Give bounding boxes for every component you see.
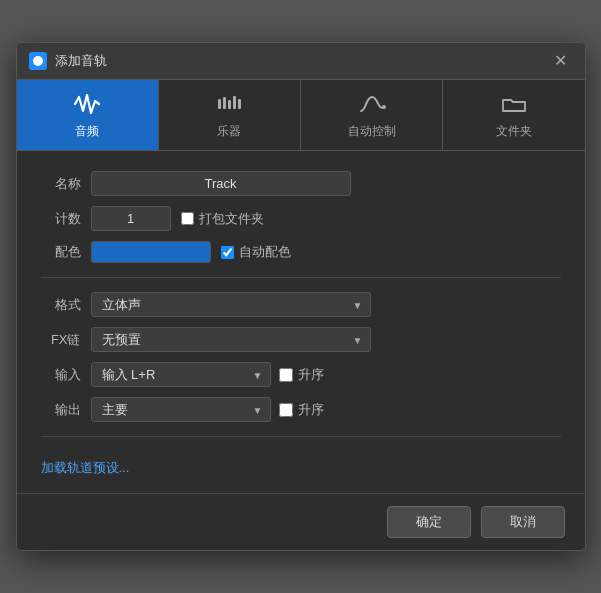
pack-folder-checkbox[interactable]: [181, 212, 194, 225]
tab-audio-label: 音频: [75, 123, 99, 140]
input-order-label[interactable]: 升序: [279, 366, 324, 384]
format-select[interactable]: 立体声 单声道 环绕声: [91, 292, 371, 317]
svg-point-0: [33, 56, 43, 66]
divider-1: [41, 277, 561, 278]
color-row: 配色 自动配色: [41, 241, 561, 263]
input-select-wrapper: 输入 L+R 输入 L 输入 R ▼: [91, 362, 271, 387]
input-order-checkbox[interactable]: [279, 368, 293, 382]
dialog-title: 添加音轨: [55, 52, 107, 70]
svg-rect-1: [218, 99, 221, 109]
input-row: 输入 输入 L+R 输入 L 输入 R ▼ 升序: [41, 362, 561, 387]
input-label: 输入: [41, 366, 81, 384]
name-row: 名称: [41, 171, 561, 196]
name-input[interactable]: [91, 171, 351, 196]
title-bar-left: 添加音轨: [29, 52, 107, 70]
tab-folder-label: 文件夹: [496, 123, 532, 140]
color-swatch[interactable]: [91, 241, 211, 263]
tab-bar: 音频 乐器 自动控制: [17, 80, 585, 151]
fx-row: FX链 无预置 ▼: [41, 327, 561, 352]
pack-folder-checkbox-label[interactable]: 打包文件夹: [181, 210, 264, 228]
output-controls: 主要 辅助 ▼ 升序: [91, 397, 324, 422]
output-order-text: 升序: [298, 401, 324, 419]
cancel-button[interactable]: 取消: [481, 506, 565, 538]
count-input[interactable]: [91, 206, 171, 231]
instrument-icon: [215, 93, 243, 119]
auto-color-checkbox-label[interactable]: 自动配色: [221, 243, 291, 261]
svg-rect-5: [238, 99, 241, 109]
dialog-footer: 确定 取消: [17, 493, 585, 550]
format-label: 格式: [41, 296, 81, 314]
output-row: 输出 主要 辅助 ▼ 升序: [41, 397, 561, 422]
output-order-checkbox[interactable]: [279, 403, 293, 417]
input-controls: 输入 L+R 输入 L 输入 R ▼ 升序: [91, 362, 324, 387]
confirm-button[interactable]: 确定: [387, 506, 471, 538]
load-preset-link[interactable]: 加载轨道预设...: [41, 459, 130, 477]
auto-color-checkbox[interactable]: [221, 246, 234, 259]
tab-folder[interactable]: 文件夹: [443, 80, 584, 150]
tab-audio[interactable]: 音频: [17, 80, 159, 150]
fx-select[interactable]: 无预置: [91, 327, 371, 352]
tab-automation[interactable]: 自动控制: [301, 80, 443, 150]
name-label: 名称: [41, 175, 81, 193]
folder-icon: [500, 93, 528, 119]
tab-instrument[interactable]: 乐器: [159, 80, 301, 150]
tab-automation-label: 自动控制: [348, 123, 396, 140]
format-select-wrapper: 立体声 单声道 环绕声 ▼: [91, 292, 371, 317]
input-order-text: 升序: [298, 366, 324, 384]
close-button[interactable]: ✕: [548, 51, 573, 71]
fx-label: FX链: [41, 331, 81, 349]
title-bar: 添加音轨 ✕: [17, 43, 585, 80]
svg-point-6: [382, 105, 386, 109]
output-label: 输出: [41, 401, 81, 419]
svg-rect-4: [233, 96, 236, 109]
app-icon: [29, 52, 47, 70]
output-order-label[interactable]: 升序: [279, 401, 324, 419]
fx-select-wrapper: 无预置 ▼: [91, 327, 371, 352]
input-select[interactable]: 输入 L+R 输入 L 输入 R: [91, 362, 271, 387]
tab-instrument-label: 乐器: [217, 123, 241, 140]
count-label: 计数: [41, 210, 81, 228]
pack-folder-label: 打包文件夹: [199, 210, 264, 228]
dialog-add-track: 添加音轨 ✕ 音频 乐器: [16, 42, 586, 551]
output-select-wrapper: 主要 辅助 ▼: [91, 397, 271, 422]
auto-color-label: 自动配色: [239, 243, 291, 261]
svg-rect-3: [228, 100, 231, 109]
count-row: 计数 打包文件夹: [41, 206, 561, 231]
svg-rect-2: [223, 97, 226, 109]
divider-2: [41, 436, 561, 437]
form-content: 名称 计数 打包文件夹 配色 自动配色 格式: [17, 151, 585, 493]
output-select[interactable]: 主要 辅助: [91, 397, 271, 422]
color-label: 配色: [41, 243, 81, 261]
format-row: 格式 立体声 单声道 环绕声 ▼: [41, 292, 561, 317]
audio-icon: [73, 93, 101, 119]
automation-icon: [358, 93, 386, 119]
